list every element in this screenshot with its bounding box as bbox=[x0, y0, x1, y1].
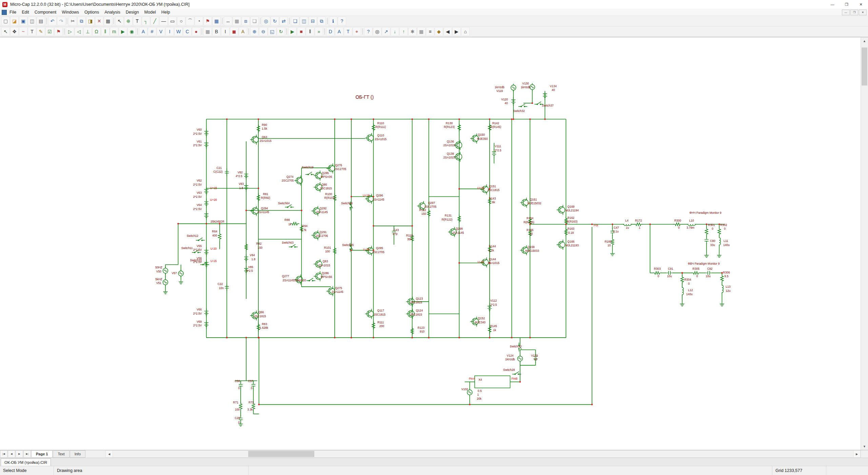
transient-icon[interactable]: T bbox=[344, 27, 352, 36]
component-label[interactable]: R100 bbox=[325, 192, 332, 196]
info-icon[interactable]: ℹ bbox=[329, 17, 337, 25]
component-label[interactable]: 33u bbox=[710, 243, 715, 247]
component-label[interactable]: 140u bbox=[723, 243, 730, 247]
component-tr[interactable] bbox=[557, 205, 565, 215]
inductor-icon[interactable]: m bbox=[110, 27, 118, 36]
child-close-button[interactable]: ✕ bbox=[859, 10, 867, 15]
scale-mode-icon[interactable]: ↔ bbox=[224, 17, 232, 25]
last-page-button[interactable]: ▶| bbox=[23, 450, 31, 458]
component-label[interactable]: 3.3k bbox=[248, 408, 253, 411]
component-res[interactable] bbox=[721, 274, 723, 283]
next-icon[interactable]: ▶ bbox=[452, 27, 461, 36]
component-label[interactable]: R(R82) bbox=[261, 196, 270, 200]
component-label[interactable]: Q144 bbox=[489, 258, 496, 261]
component-label[interactable]: Switch63 bbox=[282, 241, 294, 244]
component-label[interactable]: R111 bbox=[377, 321, 384, 324]
wire-mode-icon[interactable]: ┐ bbox=[142, 17, 150, 25]
component-label[interactable]: Q166 bbox=[568, 240, 575, 243]
print-preview-icon[interactable]: ◫ bbox=[28, 17, 36, 25]
component-label[interactable]: R123 bbox=[418, 326, 425, 329]
diagonal-wire-mode-icon[interactable]: ╱ bbox=[151, 17, 159, 25]
component-label[interactable]: V111 bbox=[495, 145, 501, 148]
clear-icon[interactable]: ✕ bbox=[95, 17, 103, 25]
component-label[interactable]: 2SA1145 bbox=[452, 231, 464, 234]
component-label[interactable]: Switch19 bbox=[302, 166, 314, 169]
pause-icon[interactable]: ‖ bbox=[306, 27, 314, 36]
bold-icon[interactable]: B bbox=[212, 27, 221, 36]
component-label[interactable]: Q294 bbox=[261, 207, 268, 210]
ellipse-mode-icon[interactable]: ○ bbox=[177, 17, 185, 25]
component-label[interactable]: 1k bbox=[493, 328, 496, 332]
copy-icon[interactable]: ⧉ bbox=[77, 17, 86, 25]
component-res[interactable] bbox=[634, 223, 643, 226]
component-src[interactable] bbox=[163, 267, 168, 274]
menu-component[interactable]: Component bbox=[32, 9, 59, 16]
menu-edit[interactable]: Edit bbox=[19, 9, 32, 16]
component-label[interactable]: 8k bbox=[492, 201, 495, 204]
rectangle-mode-icon[interactable]: ▭ bbox=[168, 17, 177, 25]
component-label[interactable]: U-20 bbox=[211, 247, 217, 250]
notes-icon[interactable]: ≡ bbox=[426, 27, 434, 36]
component-label[interactable]: R189 bbox=[605, 240, 612, 243]
file-tab-active[interactable]: ОК-ОБ УМ (тройка).CIR bbox=[1, 458, 51, 466]
component-sw[interactable] bbox=[289, 244, 298, 247]
step-icon[interactable]: » bbox=[315, 27, 323, 36]
component-tr[interactable] bbox=[520, 198, 528, 208]
component-src[interactable] bbox=[511, 84, 516, 92]
component-label[interactable]: 2SC1815 bbox=[488, 188, 500, 192]
restore-button[interactable]: ❐ bbox=[840, 0, 854, 9]
component-label[interactable]: V112 bbox=[490, 299, 497, 302]
component-label[interactable]: Q169 bbox=[568, 205, 575, 208]
component-label[interactable]: Q117 bbox=[377, 309, 384, 312]
component-label[interactable]: ОБ-ГТ () bbox=[356, 94, 374, 100]
component-label[interactable]: R81 bbox=[263, 192, 268, 196]
link-icon[interactable]: ↗ bbox=[382, 27, 390, 36]
component-label[interactable]: 1kHzdb bbox=[521, 86, 531, 89]
component-label[interactable]: Pot bbox=[594, 224, 598, 227]
component-label[interactable]: R303 bbox=[654, 267, 661, 270]
component-sw[interactable] bbox=[518, 104, 527, 107]
component-label[interactable]: 2SC2705 bbox=[372, 250, 384, 254]
component-label[interactable]: 2SA1015 bbox=[260, 139, 272, 142]
component-label[interactable]: 2SA1015 bbox=[443, 156, 455, 159]
import-icon[interactable]: ↑ bbox=[399, 27, 408, 36]
zoom-out-icon[interactable]: ⊖ bbox=[259, 27, 268, 36]
ac-analysis-icon[interactable]: A bbox=[335, 27, 343, 36]
component-label[interactable]: R83 bbox=[262, 322, 267, 326]
component-mode-icon[interactable]: ⊕ bbox=[124, 17, 133, 25]
component-label[interactable]: 100 bbox=[325, 250, 330, 253]
component-label[interactable]: 2SA1015 bbox=[375, 137, 387, 141]
component-tr[interactable] bbox=[557, 240, 565, 250]
component-label[interactable]: R154 bbox=[527, 216, 534, 220]
diode-icon[interactable]: ▶ bbox=[119, 27, 127, 36]
component-label[interactable]: R71 bbox=[233, 401, 238, 404]
component-label[interactable]: C(C22) bbox=[213, 170, 222, 173]
component-label[interactable]: 2SC2705 bbox=[334, 167, 347, 171]
next-page-button[interactable]: ▶ bbox=[16, 450, 23, 458]
component-label[interactable]: 35k bbox=[407, 238, 412, 241]
component-label[interactable]: L4 bbox=[625, 219, 629, 222]
component-label[interactable]: Switch11 bbox=[181, 246, 193, 250]
component-label[interactable]: V134 bbox=[550, 84, 557, 88]
text-mode-icon[interactable]: T bbox=[133, 17, 141, 25]
component-label[interactable]: Q124 bbox=[416, 309, 423, 312]
component-res[interactable] bbox=[718, 227, 721, 236]
component-label[interactable]: R301 bbox=[708, 223, 715, 227]
component-label[interactable]: 2SA1145 bbox=[316, 210, 328, 214]
component-label[interactable]: Q276 bbox=[335, 164, 342, 167]
component-label[interactable]: R143 bbox=[489, 197, 496, 200]
new-file-icon[interactable]: ▢ bbox=[1, 17, 10, 25]
scroll-up-button[interactable]: ▲ bbox=[861, 37, 868, 44]
print-icon[interactable]: ▤ bbox=[37, 17, 45, 25]
tab-page-1[interactable]: Page 1 bbox=[31, 450, 53, 458]
component-tr[interactable] bbox=[250, 206, 258, 216]
component-label[interactable]: MJE15033 bbox=[525, 249, 539, 252]
component-gnd[interactable] bbox=[680, 302, 684, 306]
close-button[interactable]: ✕ bbox=[854, 0, 868, 9]
component-label[interactable]: 2*2.5V bbox=[193, 144, 202, 147]
component-label[interactable]: R(R155) bbox=[524, 221, 534, 224]
component-label[interactable]: L10 bbox=[689, 219, 694, 222]
component-label[interactable]: 2*2.5 bbox=[490, 303, 497, 306]
component-label[interactable]: 2SC1815 bbox=[410, 301, 422, 304]
component-label[interactable]: 2SA1145Switch20 bbox=[283, 279, 306, 282]
